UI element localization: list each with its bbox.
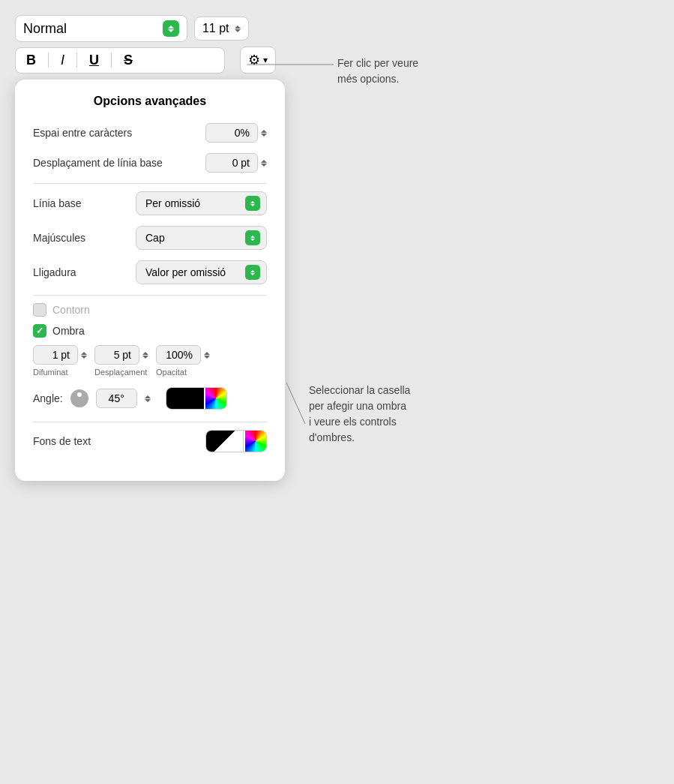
angle-knob-dot bbox=[77, 392, 82, 397]
lligadura-stepper[interactable] bbox=[245, 265, 260, 280]
baseline-offset-row: Desplaçament de línia base 0 pt bbox=[33, 153, 267, 173]
panel-title: Opcions avançades bbox=[33, 95, 267, 108]
angle-row: Angle: 45° bbox=[33, 387, 267, 410]
majuscules-select[interactable]: Cap bbox=[136, 226, 267, 250]
char-spacing-stepper[interactable] bbox=[261, 130, 267, 137]
majuscules-value: Cap bbox=[145, 232, 165, 244]
top-row: Normal 11 pt bbox=[15, 15, 502, 42]
contorn-label: Contorn bbox=[52, 304, 90, 316]
baseline-offset-stepper[interactable] bbox=[261, 160, 267, 167]
difuminat-value[interactable]: 1 pt bbox=[33, 345, 78, 365]
difuminat-stepper[interactable] bbox=[81, 352, 87, 359]
font-size-control[interactable]: 11 pt bbox=[194, 17, 250, 41]
desplacament-stepper[interactable] bbox=[142, 352, 148, 359]
baseline-offset-value[interactable]: 0 pt bbox=[205, 153, 258, 173]
divider-2 bbox=[76, 53, 77, 68]
format-bar: B I U S bbox=[15, 47, 225, 74]
callout-line-1 bbox=[247, 50, 337, 80]
ombra-checkbox[interactable] bbox=[33, 324, 46, 338]
callout-gear: Fer clic per veuremés opcions. bbox=[247, 50, 418, 87]
divider-3 bbox=[111, 53, 112, 68]
angle-stepper[interactable] bbox=[145, 395, 151, 402]
difuminat-label: Difuminat bbox=[33, 368, 67, 377]
font-size-label: 11 pt bbox=[202, 22, 229, 35]
shadow-color-wheel[interactable] bbox=[205, 388, 226, 409]
separator-1 bbox=[33, 183, 267, 184]
callout-gear-text: Fer clic per veuremés opcions. bbox=[337, 56, 418, 87]
font-size-stepper[interactable] bbox=[235, 26, 241, 32]
fons-text-row: Fons de text bbox=[33, 430, 267, 452]
text-bg-color-wheel[interactable] bbox=[245, 431, 266, 452]
linia-base-value: Per omissió bbox=[145, 197, 200, 209]
majuscules-stepper[interactable] bbox=[245, 230, 260, 245]
baseline-offset-label: Desplaçament de línia base bbox=[33, 157, 205, 169]
style-stepper[interactable] bbox=[163, 20, 179, 37]
opacitat-stepper[interactable] bbox=[204, 352, 210, 359]
callout-ombra: Seleccionar la casellaper afegir una omb… bbox=[286, 383, 410, 446]
separator-2 bbox=[33, 295, 267, 296]
opacitat-group: 100% Opacitat bbox=[156, 345, 210, 377]
difuminat-group: 1 pt Difuminat bbox=[33, 345, 87, 377]
shadow-controls: 1 pt Difuminat 5 pt Desplaçam bbox=[33, 345, 267, 377]
divider-1 bbox=[48, 53, 49, 68]
desplacament-group: 5 pt Desplaçament bbox=[94, 345, 148, 377]
page-wrapper: Normal 11 pt B I bbox=[15, 15, 502, 481]
linia-base-stepper[interactable] bbox=[245, 196, 260, 211]
text-bg-swatch[interactable] bbox=[205, 430, 267, 452]
desplacament-label: Desplaçament bbox=[94, 368, 147, 377]
char-spacing-row: Espai entre caràcters 0% bbox=[33, 123, 267, 143]
bold-button[interactable]: B bbox=[26, 53, 36, 68]
desplacament-value[interactable]: 5 pt bbox=[94, 345, 139, 365]
lligadura-label: Lligadura bbox=[33, 266, 136, 278]
lligadura-select[interactable]: Valor per omissió bbox=[136, 260, 267, 284]
char-spacing-value[interactable]: 0% bbox=[205, 123, 258, 143]
underline-button[interactable]: U bbox=[89, 53, 99, 68]
majuscules-label: Majúscules bbox=[33, 232, 136, 244]
separator-3 bbox=[33, 422, 267, 422]
italic-button[interactable]: I bbox=[61, 53, 64, 68]
linia-base-label: Línia base bbox=[33, 197, 136, 209]
opacitat-value[interactable]: 100% bbox=[156, 345, 201, 365]
char-spacing-label: Espai entre caràcters bbox=[33, 127, 205, 139]
ombra-label: Ombra bbox=[52, 325, 85, 337]
angle-value[interactable]: 45° bbox=[96, 389, 137, 408]
style-select[interactable]: Normal bbox=[15, 15, 187, 42]
shadow-color-swatch[interactable] bbox=[166, 387, 227, 410]
lligadura-value: Valor per omissió bbox=[145, 266, 226, 278]
angle-label: Angle: bbox=[33, 392, 63, 404]
char-spacing-control: 0% bbox=[205, 123, 267, 143]
majuscules-row: Majúscules Cap bbox=[33, 226, 267, 250]
style-label: Normal bbox=[23, 21, 67, 37]
text-bg-color bbox=[206, 431, 244, 452]
strikethrough-button[interactable]: S bbox=[124, 53, 133, 68]
linia-base-select[interactable]: Per omissió bbox=[136, 191, 267, 215]
angle-knob[interactable] bbox=[70, 389, 88, 407]
contorn-checkbox[interactable] bbox=[33, 303, 46, 317]
ombra-row: Ombra bbox=[33, 324, 267, 338]
lligadura-row: Lligadura Valor per omissió bbox=[33, 260, 267, 284]
contorn-row: Contorn bbox=[33, 303, 267, 317]
svg-line-1 bbox=[286, 383, 305, 424]
baseline-offset-control: 0 pt bbox=[205, 153, 267, 173]
opacitat-label: Opacitat bbox=[156, 368, 187, 377]
shadow-color-black bbox=[166, 388, 204, 409]
linia-base-row: Línia base Per omissió bbox=[33, 191, 267, 215]
fons-text-label: Fons de text bbox=[33, 435, 205, 447]
callout-ombra-text: Seleccionar la casellaper afegir una omb… bbox=[309, 383, 410, 446]
callout-line-2 bbox=[286, 383, 309, 428]
advanced-options-panel: Opcions avançades Espai entre caràcters … bbox=[15, 80, 285, 481]
